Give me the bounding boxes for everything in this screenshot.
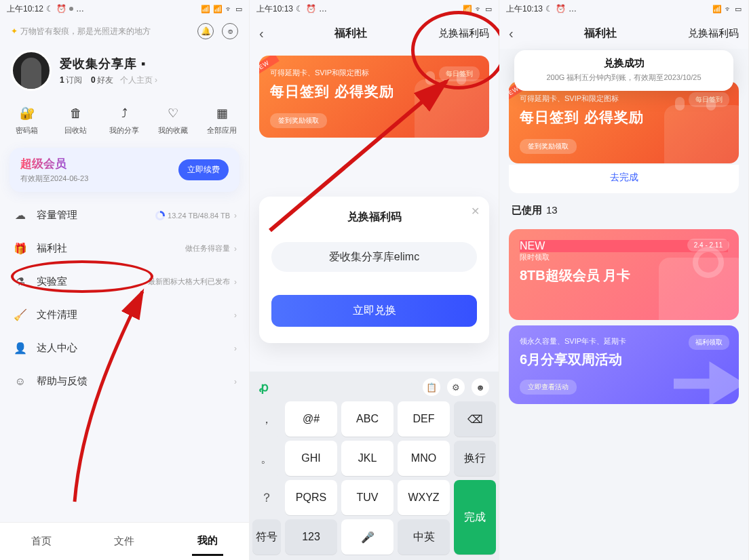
chevron-right-icon: › (234, 211, 237, 220)
key-1[interactable]: @# (285, 401, 337, 437)
close-icon[interactable]: ✕ (471, 205, 480, 218)
settings-icon[interactable]: ⚙ (447, 378, 465, 396)
key-symbols[interactable]: 符号 (252, 519, 281, 555)
topbar: ✦ 万物皆有裂痕，那是光照进来的地方 🔔 ⌾ (0, 18, 249, 45)
key-period[interactable]: 。 (252, 441, 281, 476)
favorites-button[interactable]: ♡我的收藏 (153, 104, 193, 136)
back-icon[interactable]: ‹ (509, 26, 514, 41)
toast-title: 兑换成功 (524, 57, 724, 70)
battery-icon: ▭ (735, 5, 742, 14)
key-2[interactable]: ABC (341, 401, 393, 437)
moon-icon: ☾ (296, 4, 303, 14)
row-lab[interactable]: ⚗ 实验室 最新图标大格大利已发布 › (0, 265, 249, 298)
screen-redeem: 上午10:13 ☾ ⏰ … 📶 ᯤ ▭ ‹ 福利社 兑换福利码 NEW 可得延期… (250, 0, 499, 560)
share-button[interactable]: ⤴我的分享 (104, 104, 145, 136)
key-9[interactable]: WXYZ (398, 480, 450, 515)
dot-icon (69, 7, 73, 11)
tab-home[interactable]: 首页 (26, 528, 57, 555)
used-header: 已使用13 (499, 193, 748, 224)
status-bar: 上午10:13 ☾ ⏰ … 📶 ᯤ ▭ (250, 0, 499, 18)
renew-button[interactable]: 立即续费 (178, 159, 229, 180)
signal-icon: 📶 (712, 5, 722, 14)
vault-icon: 🔐 (18, 104, 36, 122)
alarm-icon: ⏰ (56, 4, 66, 14)
recycle-button[interactable]: 🗑回收站 (56, 104, 96, 136)
calendar-icon (415, 79, 489, 138)
alarm-icon: ⏰ (556, 4, 566, 14)
key-5[interactable]: JKL (341, 441, 393, 476)
back-icon[interactable]: ‹ (259, 26, 264, 41)
clipboard-icon[interactable]: 📋 (423, 378, 440, 396)
more-icon: … (569, 4, 577, 14)
grid-icon: ▦ (213, 104, 231, 122)
key-return[interactable]: 换行 (454, 441, 496, 476)
row-help[interactable]: ☺ 帮助与反馈 › (0, 365, 249, 398)
success-toast: 兑换成功 200G 福利五分钟内到账，有效期至2023/10/25 (514, 50, 733, 91)
ime-logo-icon[interactable]: ꝓ (259, 380, 269, 395)
tab-mine[interactable]: 我的 (192, 527, 223, 556)
redeem-action[interactable]: 兑换福利码 (438, 27, 489, 40)
profile-stats: 1订阅 0好友 个人主页 › (60, 75, 157, 86)
chevron-right-icon: › (234, 377, 237, 386)
go-complete-button[interactable]: 去完成 (509, 165, 739, 193)
member-expire: 有效期至2024-06-23 (20, 174, 88, 184)
key-comma[interactable]: ， (252, 401, 281, 437)
signal-icon: 📶 (201, 5, 210, 14)
key-6[interactable]: MNO (398, 441, 450, 476)
titlebar: ‹ 福利社 兑换福利码 (499, 18, 748, 49)
more-icon: … (76, 4, 84, 14)
key-7[interactable]: PQRS (285, 480, 337, 515)
bell-icon[interactable]: 🔔 (197, 23, 214, 39)
key-8[interactable]: TUV (341, 480, 393, 515)
avatar[interactable] (11, 50, 52, 91)
status-bar: 上午10:12 ☾ ⏰ … 📶 📶 ᯤ ▭ (0, 0, 249, 18)
status-bar: 上午10:13 ☾ ⏰ … 📶 ᯤ ▭ (499, 0, 748, 18)
row-welfare[interactable]: 🎁 福利社 做任务得容量 › (0, 232, 249, 265)
profile-row[interactable]: 爱收集分享库 ▪ 1订阅 0好友 个人主页 › (0, 45, 249, 95)
key-backspace[interactable]: ⌫ (454, 401, 496, 437)
key-123[interactable]: 123 (285, 519, 337, 555)
key-lang[interactable]: 中英 (398, 519, 450, 555)
donut-icon (155, 211, 165, 220)
gift-icon: 🎁 (12, 242, 28, 255)
screen-profile: 上午10:12 ☾ ⏰ … 📶 📶 ᯤ ▭ ✦ 万物皆有裂痕，那是光照进来的地方… (0, 0, 250, 560)
vault-button[interactable]: 🔐密码箱 (7, 104, 47, 136)
row-clean[interactable]: 🧹 文件清理 › (0, 298, 249, 332)
redeem-modal: ✕ 兑换福利码 立即兑换 (259, 197, 489, 343)
all-apps-button[interactable]: ▦全部应用 (201, 104, 242, 136)
redeem-button[interactable]: 立即兑换 (271, 295, 477, 327)
alarm-icon: ⏰ (306, 4, 316, 14)
member-card[interactable]: 超级会员 有效期至2024-06-23 立即续费 (9, 148, 239, 192)
banner-pill: 签到奖励领取 (520, 139, 577, 154)
nickname: 爱收集分享库 ▪ (60, 56, 157, 72)
mic-icon: 🎤 (361, 531, 374, 544)
battery-icon: ▭ (235, 5, 242, 14)
key-question[interactable]: ？ (252, 480, 281, 515)
wifi-icon: ᯤ (475, 5, 482, 13)
battery-icon: ▭ (485, 5, 492, 14)
calendar-icon (664, 105, 739, 163)
card-8tb-svip[interactable]: NEW 限时领取 8TB超级会员 月卡 2.4 - 2.11 (509, 229, 739, 320)
moon-icon: ☾ (545, 4, 553, 14)
key-done[interactable]: 完成 (454, 480, 496, 555)
redeem-action[interactable]: 兑换福利码 (688, 27, 739, 40)
code-input[interactable] (271, 242, 477, 272)
card-june-share[interactable]: 领永久容量、SVIP年卡、延期卡 6月分享双周活动 福利领取 立即查看活动 (509, 325, 739, 404)
chevron-right-icon: › (234, 344, 237, 353)
moon-icon: ☾ (46, 4, 54, 14)
tab-files[interactable]: 文件 (109, 528, 140, 555)
checkin-banner[interactable]: NEW 可得延期卡、SVIP和限定图标 每日签到 必得奖励 每日签到 签到奖励领… (259, 56, 489, 138)
person-icon: 👤 (12, 342, 28, 355)
key-3[interactable]: DEF (398, 401, 450, 437)
row-capacity[interactable]: ☁ 容量管理 13.24 TB/48.84 TB › (0, 199, 249, 232)
emoji-icon[interactable]: ☻ (472, 378, 489, 396)
checkin-banner[interactable]: NEW 可得延期卡、SVIP和限定图标 每日签到 必得奖励 每日签到 签到奖励领… (509, 81, 739, 163)
page-title: 福利社 (584, 26, 617, 41)
banner-pill: 签到奖励领取 (270, 113, 327, 128)
scan-icon[interactable]: ⌾ (222, 23, 238, 39)
row-expert[interactable]: 👤 达人中心 › (0, 332, 249, 365)
key-space[interactable]: 🎤 (341, 519, 393, 555)
modal-title: 兑换福利码 (271, 210, 477, 224)
key-4[interactable]: GHI (285, 441, 337, 476)
chevron-right-icon: › (234, 311, 237, 320)
